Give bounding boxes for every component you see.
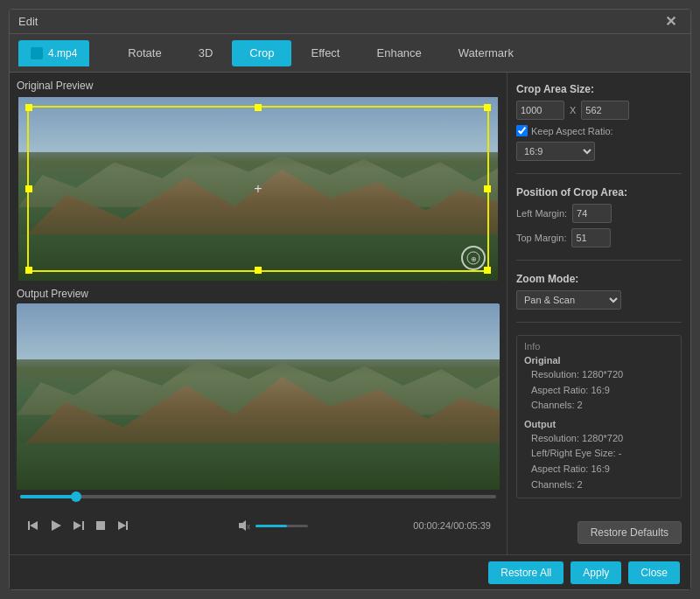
tab-enhance[interactable]: Enhance <box>360 40 439 66</box>
window-close-button[interactable]: ✕ <box>660 11 682 31</box>
play-button[interactable] <box>48 518 64 533</box>
tab-crop[interactable]: Crop <box>232 40 291 66</box>
original-preview-image: + ⊕ <box>17 95 500 282</box>
output-group-title: Output <box>524 419 674 429</box>
tab-3d[interactable]: 3D <box>181 40 231 66</box>
divider-1 <box>516 173 682 174</box>
aspect-ratio-select[interactable]: 16:9 <box>516 142 595 161</box>
foreground-original <box>18 234 498 280</box>
volume-bar[interactable] <box>256 525 308 527</box>
file-tab-icon <box>31 47 43 59</box>
original-preview-section: Original Preview <box>17 80 500 282</box>
left-margin-row: Left Margin: <box>516 204 682 223</box>
controls-bar: )))) 00:00:24/00:05:39 <box>17 504 500 547</box>
original-group-title: Original <box>524 355 674 366</box>
top-margin-input[interactable] <box>571 228 611 247</box>
original-preview-label: Original Preview <box>17 80 500 92</box>
svg-rect-6 <box>82 521 84 530</box>
progress-thumb <box>71 491 81 502</box>
title-bar: Edit ✕ <box>10 10 690 34</box>
skip-start-button[interactable] <box>25 518 41 533</box>
mountain-scene-output <box>17 303 500 491</box>
right-panel: Crop Area Size: X Keep Aspect Ratio: 16:… <box>507 73 690 554</box>
stop-button[interactable] <box>94 519 108 533</box>
original-aspect: Aspect Ratio: 16:9 <box>524 383 674 399</box>
zoom-mode-label: Zoom Mode: <box>516 273 682 285</box>
tab-effect[interactable]: Effect <box>293 40 357 66</box>
sky-original <box>18 97 498 152</box>
info-section-label: Info <box>524 341 674 352</box>
time-display: 00:00:24/00:05:39 <box>413 520 491 531</box>
original-channels: Channels: 2 <box>524 398 674 414</box>
file-tab-label: 4.mp4 <box>48 47 77 59</box>
svg-marker-5 <box>74 521 81 530</box>
output-resolution: Resolution: 1280*720 <box>524 431 674 447</box>
progress-bar[interactable] <box>20 495 496 498</box>
divider-2 <box>516 260 682 261</box>
crop-height-input[interactable] <box>581 101 629 120</box>
progress-fill <box>20 495 77 498</box>
crop-size-row: X <box>516 101 682 120</box>
svg-rect-2 <box>28 521 30 530</box>
progress-container <box>17 495 500 498</box>
mountain-scene-original <box>18 97 498 281</box>
crop-width-input[interactable] <box>516 101 564 120</box>
restore-all-button[interactable]: Restore All <box>488 561 564 584</box>
bottom-actions: Restore All Apply Close <box>10 554 690 589</box>
sky-output <box>17 303 500 359</box>
skip-end-button[interactable] <box>115 518 130 533</box>
zoom-mode-select[interactable]: Pan & Scan <box>516 290 621 310</box>
divider-3 <box>516 322 682 323</box>
preview-panel: Original Preview <box>10 73 507 554</box>
output-eye-size: Left/Right Eye Size: - <box>524 446 674 462</box>
output-preview-section: Output Preview <box>17 288 500 491</box>
output-aspect: Aspect Ratio: 16:9 <box>524 462 674 477</box>
position-label: Position of Crop Area: <box>516 186 682 199</box>
tab-watermark[interactable]: Watermark <box>441 40 531 66</box>
restore-defaults-row: Restore Defaults <box>516 521 682 544</box>
tab-bar: 4.mp4 Rotate 3D Crop Effect Enhance Wate… <box>10 34 690 73</box>
keep-aspect-checkbox[interactable] <box>516 125 528 136</box>
left-margin-input[interactable] <box>572 204 612 223</box>
svg-marker-3 <box>30 521 38 530</box>
svg-text:⊕: ⊕ <box>471 255 477 263</box>
size-separator: X <box>570 105 576 115</box>
svg-rect-9 <box>126 521 128 530</box>
output-preview-label: Output Preview <box>17 288 500 300</box>
restore-defaults-button[interactable]: Restore Defaults <box>578 521 682 544</box>
crop-area-size-section: Crop Area Size: X Keep Aspect Ratio: 16:… <box>516 83 682 161</box>
volume-fill <box>256 525 287 527</box>
position-section: Position of Crop Area: Left Margin: Top … <box>516 186 682 247</box>
crop-area-size-label: Crop Area Size: <box>516 83 682 95</box>
output-preview-image <box>17 303 500 491</box>
svg-marker-8 <box>118 521 126 530</box>
main-content: Original Preview <box>10 73 690 554</box>
playback-buttons <box>25 518 130 533</box>
output-channels: Channels: 2 <box>524 477 674 493</box>
aspect-ratio-row: 16:9 <box>516 142 682 161</box>
volume-button[interactable]: )))) <box>236 518 252 533</box>
zoom-mode-section: Zoom Mode: Pan & Scan <box>516 273 682 310</box>
svg-text:)))): )))) <box>247 524 250 529</box>
svg-marker-10 <box>239 520 246 531</box>
file-tab[interactable]: 4.mp4 <box>18 40 89 66</box>
info-box: Info Original Resolution: 1280*720 Aspec… <box>516 335 682 498</box>
close-button[interactable]: Close <box>628 561 680 584</box>
compass-icon: ⊕ <box>461 246 486 270</box>
apply-button[interactable]: Apply <box>570 561 621 584</box>
keep-aspect-row: Keep Aspect Ratio: <box>516 125 682 136</box>
nav-tabs: Rotate 3D Crop Effect Enhance Watermark <box>110 40 531 66</box>
skip-forward-button[interactable] <box>71 518 87 533</box>
main-window: Edit ✕ 4.mp4 Rotate 3D Crop Effect Enhan… <box>9 9 691 590</box>
original-resolution: Resolution: 1280*720 <box>524 367 674 383</box>
window-title: Edit <box>18 15 38 28</box>
tab-rotate[interactable]: Rotate <box>110 40 178 66</box>
playback-controls: )))) 00:00:24/00:05:39 <box>25 518 491 533</box>
top-margin-label: Top Margin: <box>516 233 566 243</box>
volume-section: )))) <box>236 518 308 533</box>
left-margin-label: Left Margin: <box>516 208 567 219</box>
svg-marker-4 <box>52 520 61 531</box>
foreground-output <box>17 443 500 490</box>
svg-rect-7 <box>96 521 105 530</box>
output-info-group: Output Resolution: 1280*720 Left/Right E… <box>524 419 674 492</box>
